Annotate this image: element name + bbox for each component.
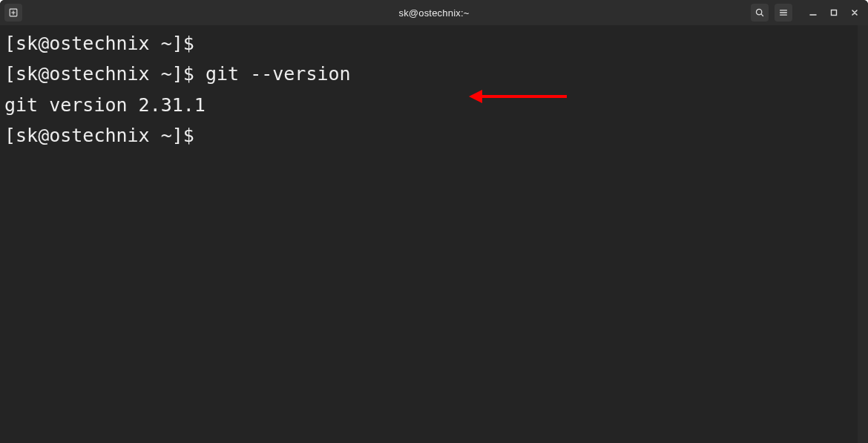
prompt: [sk@ostechnix ~]$ (4, 125, 194, 146)
titlebar-left (4, 4, 25, 22)
terminal-content[interactable]: [sk@ostechnix ~]$ [sk@ostechnix ~]$ git … (0, 25, 858, 443)
new-tab-icon (8, 7, 19, 18)
titlebar: sk@ostechnix:~ (0, 0, 868, 25)
terminal-area[interactable]: [sk@ostechnix ~]$ [sk@ostechnix ~]$ git … (0, 25, 868, 443)
window-title: sk@ostechnix:~ (398, 7, 469, 19)
hamburger-icon (778, 7, 789, 18)
terminal-line: [sk@ostechnix ~]$ (4, 28, 853, 59)
terminal-window: sk@ostechnix:~ (0, 0, 868, 443)
close-button[interactable] (846, 4, 864, 22)
menu-button[interactable] (775, 4, 792, 22)
terminal-line: git version 2.31.1 (4, 90, 853, 120)
terminal-line: [sk@ostechnix ~]$ (4, 120, 853, 151)
search-icon (754, 7, 765, 18)
terminal-line: [sk@ostechnix ~]$ git --version (4, 59, 853, 89)
maximize-button[interactable] (825, 4, 843, 22)
minimize-button[interactable] (804, 4, 822, 22)
titlebar-right (751, 4, 864, 22)
prompt: [sk@ostechnix ~]$ (4, 33, 194, 54)
maximize-icon (829, 8, 838, 17)
output: git version 2.31.1 (4, 94, 206, 116)
prompt: [sk@ostechnix ~]$ (4, 63, 194, 85)
close-icon (850, 8, 859, 17)
minimize-icon (809, 8, 818, 17)
command: git --version (206, 63, 351, 85)
svg-rect-2 (832, 10, 837, 16)
search-button[interactable] (751, 4, 769, 22)
new-tab-button[interactable] (4, 4, 22, 22)
scrollbar[interactable] (858, 25, 868, 443)
